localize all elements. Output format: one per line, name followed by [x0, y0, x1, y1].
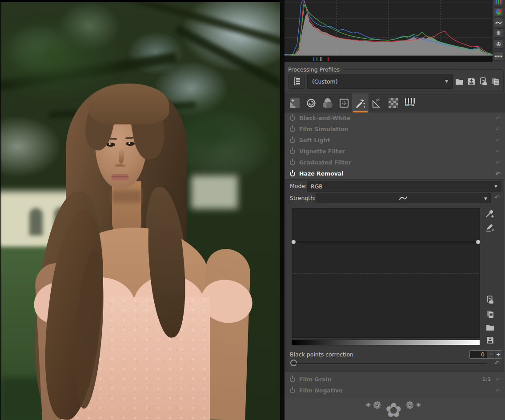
- reset-icon[interactable]: ↶: [495, 148, 501, 155]
- copy-icon: [485, 309, 495, 319]
- tool-film-negative[interactable]: Film Negative ↶: [285, 385, 505, 396]
- bar-mode-icon[interactable]: ▪▪▪: [494, 52, 503, 61]
- tab-advanced[interactable]: [336, 93, 352, 112]
- black-points-value[interactable]: 0: [470, 351, 487, 358]
- tool-film-simulation[interactable]: Film Simulation ↶: [285, 124, 505, 135]
- paste-curve-button[interactable]: [485, 294, 495, 305]
- tool-haze-removal[interactable]: Haze Removal ↶: [285, 168, 505, 179]
- tab-color[interactable]: [319, 93, 336, 112]
- transform-icon: ✂: [371, 97, 383, 109]
- reset-icon[interactable]: ↶: [495, 126, 501, 132]
- black-points-reset-icon[interactable]: ↶: [494, 360, 500, 366]
- power-icon[interactable]: [290, 160, 295, 165]
- tool-label: Soft Light: [299, 137, 495, 144]
- curve-gradient-bar: [292, 340, 480, 345]
- strength-reset-icon[interactable]: ↶: [494, 194, 500, 200]
- mode-label: Mode:: [290, 183, 307, 189]
- ornament-flower-icon: ❁: [405, 400, 414, 411]
- tool-label: Film Simulation: [299, 126, 495, 132]
- rgb-indicator-icon[interactable]: [494, 7, 503, 16]
- black-points-slider-track[interactable]: [292, 363, 487, 364]
- curve-point[interactable]: [292, 240, 296, 244]
- paste-icon: [485, 295, 495, 304]
- profile-select[interactable]: (Custom) ▼: [307, 74, 453, 89]
- tool-graduated-filter[interactable]: Graduated Filter ↶: [285, 157, 505, 168]
- color-icon: [322, 98, 333, 108]
- mode-select[interactable]: RGB ▼: [307, 181, 501, 192]
- image-preview[interactable]: [0, 0, 280, 420]
- decrement-button[interactable]: −: [487, 351, 494, 358]
- tab-exposure[interactable]: + −: [286, 93, 303, 112]
- power-icon[interactable]: [290, 388, 295, 393]
- one-to-one-badge: 1:1: [482, 376, 491, 382]
- chromaticity-icon[interactable]: ❋: [494, 28, 503, 38]
- curve-point[interactable]: [476, 240, 480, 244]
- tool-vignette-filter[interactable]: Vignette Filter ↶: [285, 146, 505, 157]
- histogram-marker-tick: [317, 57, 317, 61]
- power-icon[interactable]: [290, 171, 295, 176]
- ornament-flower-icon: ✿: [385, 400, 402, 420]
- profile-fill-mode-button[interactable]: [289, 74, 305, 89]
- strength-label: Strength:: [290, 195, 316, 201]
- tool-panel: ❋ ⊕ ▪▪▪ Processing Profiles (Custom) ▼: [285, 0, 505, 420]
- pencil-icon: [485, 223, 494, 232]
- power-icon[interactable]: [290, 377, 295, 382]
- strength-curve-type-button[interactable]: ▼: [316, 193, 491, 203]
- edit-curve-button[interactable]: [485, 222, 495, 232]
- paste-profile-button[interactable]: [478, 75, 489, 88]
- reset-icon[interactable]: ↶: [495, 376, 501, 383]
- advanced-icon: [339, 98, 349, 108]
- tab-transform[interactable]: ✂: [369, 93, 385, 112]
- photo-building: [191, 176, 238, 209]
- histogram-chart: [285, 0, 493, 56]
- chevron-down-icon: ▼: [484, 196, 487, 201]
- copy-profile-button[interactable]: [490, 75, 501, 88]
- tab-metadata[interactable]: META: [401, 93, 418, 112]
- load-curve-button[interactable]: [485, 322, 495, 332]
- power-icon[interactable]: [290, 116, 295, 121]
- tab-raw[interactable]: [385, 93, 401, 112]
- metadata-barcode-icon: META: [404, 98, 416, 108]
- increment-button[interactable]: +: [494, 351, 502, 358]
- load-profile-button[interactable]: [454, 75, 465, 88]
- power-icon[interactable]: [290, 149, 295, 154]
- tool-label: Film Grain: [299, 376, 482, 383]
- tool-black-and-white[interactable]: Black-and-White ↶: [285, 112, 505, 124]
- save-icon: [485, 336, 495, 345]
- strength-curve-editor[interactable]: [292, 208, 480, 338]
- histogram-indicator-bar: [285, 56, 493, 62]
- tool-tab-bar: + −: [285, 93, 505, 112]
- histogram-marker-tick: [328, 57, 329, 61]
- raw-histogram-icon[interactable]: ⊕: [494, 39, 503, 48]
- reset-icon[interactable]: ↶: [495, 388, 501, 394]
- save-curve-button[interactable]: [485, 335, 495, 345]
- photo-window: [29, 208, 43, 236]
- photo-needles: [0, 18, 124, 98]
- power-icon[interactable]: [290, 138, 295, 143]
- ornament-flower-icon: ❁: [373, 400, 381, 411]
- copy-icon: [491, 77, 500, 86]
- panel-divider[interactable]: [280, 0, 285, 420]
- luminosity-curve-icon[interactable]: [494, 18, 503, 27]
- pick-from-image-button[interactable]: [485, 208, 495, 219]
- photo-top-bar: [0, 0, 280, 2]
- reset-icon[interactable]: ↶: [495, 160, 501, 166]
- reset-icon[interactable]: ↶: [495, 137, 501, 144]
- copy-curve-button[interactable]: [485, 308, 495, 319]
- photo-neck-shadow: [112, 190, 141, 203]
- power-icon[interactable]: [290, 127, 295, 132]
- folder-open-icon: [485, 323, 495, 332]
- black-points-spinbox: 0 − +: [469, 350, 502, 359]
- tab-effects[interactable]: [352, 93, 369, 112]
- histogram-plot[interactable]: [285, 0, 493, 56]
- reset-icon[interactable]: ↶: [495, 171, 501, 177]
- tool-soft-light[interactable]: Soft Light ↶: [285, 135, 505, 146]
- rawtherapee-window: ❋ ⊕ ▪▪▪ Processing Profiles (Custom) ▼: [0, 0, 505, 420]
- save-profile-button[interactable]: [466, 75, 477, 88]
- rgb-bars-icon[interactable]: [494, 0, 503, 5]
- save-icon: [467, 77, 476, 86]
- tab-detail[interactable]: [303, 93, 319, 112]
- reset-icon[interactable]: ↶: [495, 115, 501, 121]
- histogram-marker-tick: [321, 57, 321, 61]
- tool-film-grain[interactable]: Film Grain 1:1 ↶: [285, 374, 505, 385]
